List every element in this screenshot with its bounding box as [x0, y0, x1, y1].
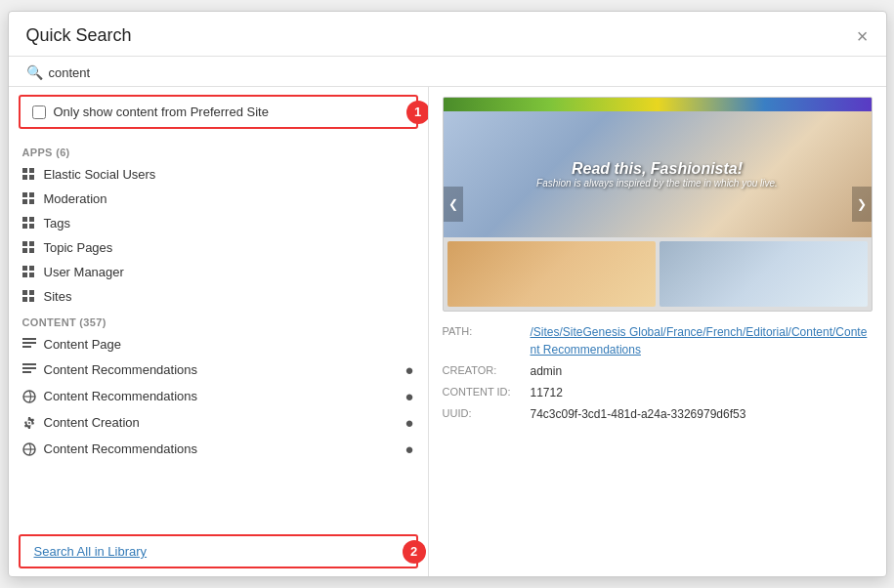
preferred-site-checkbox[interactable] — [32, 105, 46, 119]
meta-uuid-row: UUID: 74c3c09f-3cd1-481d-a24a-3326979d6f… — [443, 405, 873, 423]
svg-rect-19 — [29, 273, 34, 277]
item-label: Content Page — [44, 337, 122, 352]
list-item-elastic-social-users[interactable]: Elastic Social Users — [9, 162, 428, 187]
item-label: Tags — [44, 216, 70, 231]
svg-rect-9 — [29, 217, 34, 222]
preferred-site-row: Only show content from Preferred Site 1 — [19, 95, 418, 129]
svg-rect-8 — [22, 217, 27, 222]
gear-icon — [22, 416, 36, 430]
preview-thumb-1 — [447, 241, 656, 307]
list-item-content-recommendations-1[interactable]: Content Recommendations ● — [9, 357, 428, 383]
list-item-sites[interactable]: Sites — [9, 284, 428, 309]
preview-bottom-thumbs — [444, 237, 872, 311]
quick-search-modal: Quick Search × 🔍 Only show content from … — [8, 11, 887, 577]
meta-content-id-label: CONTENT ID: — [443, 384, 531, 401]
search-all-row: Search All in Library 2 — [19, 534, 418, 568]
svg-rect-2 — [22, 175, 27, 180]
grid-icon — [22, 266, 36, 279]
svg-rect-10 — [22, 224, 27, 229]
preferred-site-badge: 1 — [406, 101, 429, 124]
svg-rect-24 — [22, 338, 36, 340]
meta-path-link[interactable]: /Sites/SiteGenesis Global/France/French/… — [531, 325, 868, 357]
content-section-header: CONTENT (357) — [9, 309, 428, 332]
meta-content-id-value: 11712 — [531, 384, 563, 401]
grid-icon — [22, 442, 36, 456]
item-label: Elastic Social Users — [44, 167, 156, 182]
item-label: Moderation — [44, 191, 107, 206]
svg-rect-28 — [22, 367, 36, 369]
svg-rect-12 — [22, 241, 27, 246]
meta-creator-row: CREATOR: admin — [443, 362, 873, 380]
svg-rect-29 — [22, 371, 31, 373]
item-label: Content Recommendations — [44, 389, 198, 403]
preview-headline: Read this, Fashionista! — [536, 160, 778, 178]
list-item-topic-pages[interactable]: Topic Pages — [9, 235, 428, 260]
svg-rect-20 — [22, 290, 27, 295]
svg-rect-1 — [29, 168, 34, 173]
preview-overlay: Read this, Fashionista! Fashion is alway… — [536, 160, 778, 189]
svg-rect-27 — [22, 363, 36, 365]
preferred-site-label: Only show content from Preferred Site — [54, 105, 269, 119]
svg-rect-26 — [22, 346, 31, 348]
list-item-content-creation[interactable]: Content Creation ● — [9, 409, 428, 436]
meta-uuid-value: 74c3c09f-3cd1-481d-a24a-3326979d6f53 — [531, 405, 746, 423]
svg-rect-18 — [22, 273, 27, 277]
svg-rect-17 — [29, 266, 34, 271]
preview-top-bar — [444, 98, 872, 111]
grid-icon — [22, 338, 36, 352]
globe-icon: ● — [404, 388, 413, 404]
list-item-tags[interactable]: Tags — [9, 211, 428, 235]
modal-body: Only show content from Preferred Site 1 … — [9, 87, 886, 576]
list-item-content-recommendations-3[interactable]: Content Recommendations ● — [9, 436, 428, 462]
preview-subline: Fashion is always inspired by the time i… — [536, 178, 778, 189]
preview-nav-left[interactable]: ❮ — [444, 187, 463, 222]
search-bar: 🔍 — [9, 57, 886, 87]
search-all-link[interactable]: Search All in Library — [34, 544, 148, 559]
search-all-badge: 2 — [403, 540, 426, 564]
grid-icon — [22, 363, 36, 377]
list-item-content-page[interactable]: Content Page — [9, 332, 428, 357]
item-label: Topic Pages — [44, 240, 113, 255]
svg-rect-3 — [29, 175, 34, 180]
grid-icon — [22, 168, 36, 182]
grid-icon — [22, 192, 36, 206]
svg-rect-0 — [22, 168, 27, 173]
svg-rect-23 — [29, 297, 34, 302]
meta-path-label: PATH: — [443, 323, 531, 358]
meta-path-value: /Sites/SiteGenesis Global/France/French/… — [531, 323, 873, 358]
svg-rect-4 — [22, 192, 27, 197]
svg-rect-14 — [22, 248, 27, 253]
svg-rect-25 — [22, 342, 36, 344]
svg-rect-5 — [29, 192, 34, 197]
apps-section-header: APPS (6) — [9, 139, 428, 162]
item-label: Content Recommendations — [44, 441, 198, 456]
meta-content-id-row: CONTENT ID: 11712 — [443, 384, 873, 401]
preview-main-area: Read this, Fashionista! Fashion is alway… — [444, 111, 872, 237]
grid-icon — [22, 241, 36, 255]
grid-icon — [22, 217, 36, 231]
left-panel: Only show content from Preferred Site 1 … — [9, 87, 429, 576]
search-input[interactable] — [49, 65, 869, 80]
svg-rect-13 — [29, 241, 34, 246]
preview-thumb-2 — [660, 241, 868, 307]
globe-icon: ● — [404, 361, 413, 378]
right-panel: EXPEDITION CREATIVE DE 3 JOURS POUR LES … — [429, 87, 886, 576]
list-item-user-manager[interactable]: User Manager — [9, 260, 428, 284]
modal-header: Quick Search × — [9, 12, 886, 57]
preview-image: EXPEDITION CREATIVE DE 3 JOURS POUR LES … — [443, 97, 873, 312]
svg-rect-11 — [29, 224, 34, 229]
globe-icon: ● — [404, 441, 413, 457]
item-label: Content Creation — [44, 415, 140, 430]
meta-creator-value: admin — [531, 362, 563, 380]
svg-rect-15 — [29, 248, 34, 253]
list-container[interactable]: APPS (6) Elastic Social Users Moderation — [9, 135, 428, 528]
modal-title: Quick Search — [26, 25, 132, 46]
list-item-content-recommendations-2[interactable]: Content Recommendations ● — [9, 383, 428, 409]
close-button[interactable]: × — [857, 26, 869, 46]
svg-rect-22 — [22, 297, 27, 302]
list-item-moderation[interactable]: Moderation — [9, 187, 428, 211]
svg-rect-6 — [22, 199, 27, 204]
meta-creator-label: CREATOR: — [443, 362, 531, 380]
svg-rect-16 — [22, 266, 27, 271]
preview-nav-right[interactable]: ❯ — [852, 187, 872, 222]
